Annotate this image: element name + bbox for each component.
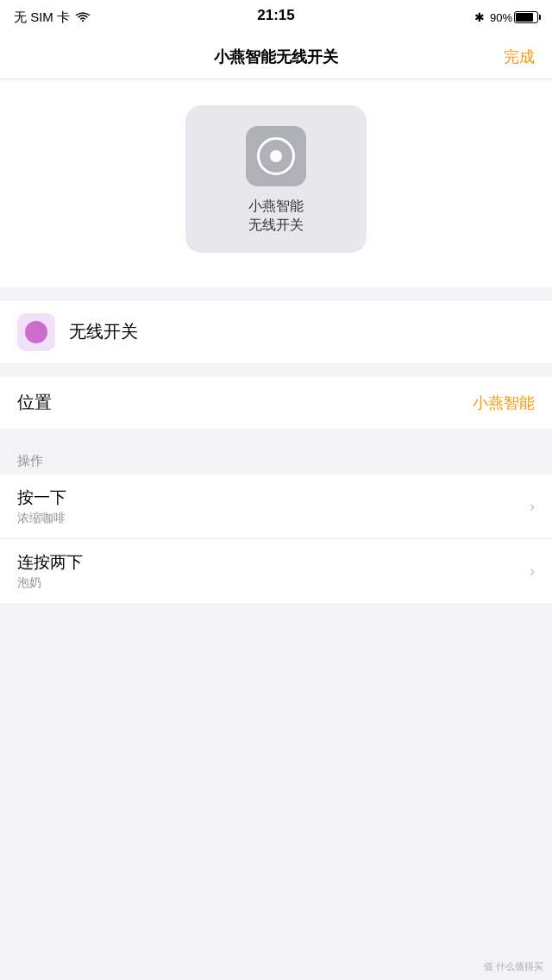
action-single-press-subtitle: 浓缩咖啡 xyxy=(17,511,535,526)
status-right: ✱ 90% xyxy=(474,10,538,24)
watermark: 值 什么值得买 xyxy=(484,960,543,973)
action-single-press-title: 按一下 xyxy=(17,487,535,509)
device-row-section: 无线开关 xyxy=(0,301,552,363)
battery-fill xyxy=(516,13,533,22)
location-row[interactable]: 位置 小燕智能 xyxy=(0,377,552,429)
wifi-icon xyxy=(75,11,91,23)
done-button[interactable]: 完成 xyxy=(504,47,535,67)
device-icon-wrapper xyxy=(246,126,306,186)
gap-1 xyxy=(0,287,552,301)
action-double-press-subtitle: 泡奶 xyxy=(17,575,535,591)
bluetooth-icon: ✱ xyxy=(474,10,485,24)
status-bar: 无 SIM 卡 21:15 ✱ 90% xyxy=(0,0,552,35)
status-time: 21:15 xyxy=(257,7,294,24)
battery: 90% xyxy=(490,11,538,24)
device-icon-inner xyxy=(257,137,295,175)
battery-body xyxy=(514,11,538,23)
device-row-label: 无线开关 xyxy=(69,320,138,343)
nav-bar: 小燕智能无线开关 完成 xyxy=(0,35,552,79)
actions-header: 操作 xyxy=(0,443,552,474)
location-row-section: 位置 小燕智能 xyxy=(0,377,552,429)
action-row-single-press[interactable]: 按一下 浓缩咖啡 › xyxy=(0,474,552,539)
action-section: 按一下 浓缩咖啡 › 连按两下 泡奶 › xyxy=(0,474,552,603)
action-double-press-title: 连按两下 xyxy=(17,551,535,574)
device-name: 小燕智能 无线开关 xyxy=(248,197,304,236)
gap-3 xyxy=(0,429,552,443)
gap-2 xyxy=(0,363,552,377)
device-card: 小燕智能 无线开关 xyxy=(185,105,367,253)
status-left: 无 SIM 卡 xyxy=(14,9,91,26)
battery-label: 90% xyxy=(490,11,512,24)
action-row-double-press[interactable]: 连按两下 泡奶 › xyxy=(0,539,552,603)
wireless-switch-icon xyxy=(25,321,47,343)
device-section: 小燕智能 无线开关 xyxy=(0,79,552,287)
device-row[interactable]: 无线开关 xyxy=(0,301,552,363)
location-label: 位置 xyxy=(17,391,52,414)
location-value: 小燕智能 xyxy=(473,393,535,413)
chevron-right-icon-1: › xyxy=(530,497,535,515)
device-row-icon xyxy=(17,313,55,351)
device-icon-dot xyxy=(270,150,282,162)
carrier-label: 无 SIM 卡 xyxy=(14,9,70,26)
nav-title: 小燕智能无线开关 xyxy=(214,47,338,67)
chevron-right-icon-2: › xyxy=(530,562,535,580)
